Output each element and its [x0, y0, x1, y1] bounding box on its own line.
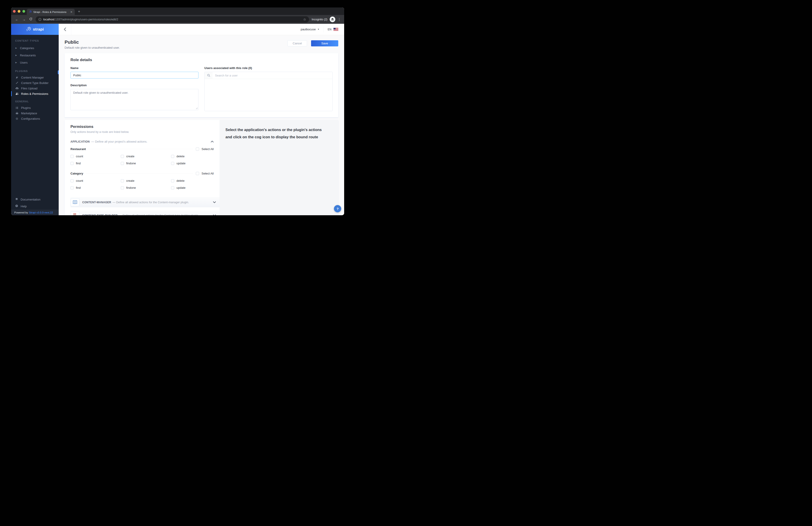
select-all-label: Select All — [202, 147, 214, 151]
factory-icon — [71, 211, 79, 215]
sidebar-item-plugins[interactable]: Plugins — [11, 105, 59, 110]
sidebar-item-content-type-builder[interactable]: Content Type Builder — [11, 80, 59, 86]
back-icon[interactable]: ← — [13, 17, 20, 21]
sidebar-item-label: Users — [20, 61, 28, 64]
name-field[interactable] — [71, 72, 199, 78]
permission-label: count — [76, 179, 83, 182]
minimize-window-button[interactable] — [18, 10, 20, 13]
content-manager-accordion[interactable]: CONTENT-MANAGER — Define all allowed act… — [71, 197, 219, 207]
chevron-down-icon[interactable] — [213, 201, 216, 203]
question-circle-icon — [15, 205, 18, 208]
book-icon — [15, 198, 18, 201]
permission-label: delete — [176, 154, 185, 158]
description-field[interactable]: Default role given to unauthenticated us… — [71, 89, 199, 110]
save-button[interactable]: Save — [311, 40, 338, 46]
sidebar-item-configurations[interactable]: ⚙ Configurations — [11, 116, 59, 121]
incognito-label: Incognito (2) — [312, 18, 328, 21]
url-path: :1337/admin/plugins/users-permissions/ro… — [54, 18, 118, 21]
sidebar-item-label: Files Upload — [21, 87, 38, 90]
sidebar-bottom-links: Documentation Help Powered by Strapi v3.… — [11, 196, 59, 215]
tab-close-icon[interactable]: ✕ — [70, 11, 73, 14]
permissions-info-text: Select the application's actions or the … — [226, 126, 326, 140]
caret-right-icon: ▶ — [15, 47, 17, 49]
content-type-builder-accordion[interactable]: CONTENT-TYPE-BUILDER — Define all allowe… — [71, 210, 219, 215]
permission-checkbox[interactable] — [71, 155, 74, 158]
sidebar-item-categories[interactable]: ▶ Categories — [11, 44, 59, 51]
forward-icon[interactable]: → — [20, 17, 27, 21]
new-tab-button[interactable]: + — [78, 9, 80, 14]
sidebar-item-label: Help — [20, 205, 27, 208]
locale-label[interactable]: EN — [328, 28, 332, 31]
permission-checkbox[interactable] — [171, 179, 174, 182]
sidebar-item-restaurants[interactable]: ▶ Restaurants — [11, 51, 59, 59]
strapi-version-link[interactable]: Strapi v3.0.0-next.22 — [29, 211, 53, 214]
caret-right-icon: ▶ — [15, 61, 17, 64]
bookmark-star-icon[interactable]: ☆ — [303, 17, 306, 21]
sidebar-item-documentation[interactable]: Documentation — [11, 196, 59, 203]
chevron-up-icon[interactable] — [211, 140, 214, 142]
browser-menu-icon[interactable]: ⋮ — [335, 17, 342, 21]
permission-checkbox[interactable] — [121, 162, 124, 165]
back-button[interactable] — [59, 24, 71, 35]
plugin-row-label: CONTENT-TYPE-BUILDER — [82, 214, 118, 215]
plugin-row-label: CONTENT-MANAGER — [82, 201, 111, 204]
sidebar-item-files-upload[interactable]: Files Upload — [11, 86, 59, 91]
permission-checkbox[interactable] — [71, 179, 74, 182]
open-book-icon — [71, 198, 79, 206]
user-menu[interactable]: paulbocuse — [301, 28, 316, 31]
permission-label: count — [76, 154, 83, 158]
chevron-down-icon[interactable] — [213, 214, 216, 215]
app-header: paulbocuse ▼ EN — [59, 24, 344, 35]
permissions-info-panel: Select the application's actions or the … — [219, 120, 338, 215]
application-accordion-header[interactable]: APPLICATION — Define all your project's … — [71, 140, 214, 143]
sidebar-item-content-manager[interactable]: Content Manager — [11, 75, 59, 80]
permission-checkbox[interactable] — [121, 179, 124, 182]
site-info-icon[interactable] — [38, 18, 42, 21]
incognito-avatar-icon — [330, 16, 335, 22]
browser-tab-bar: Strapi - Roles & Permissions ✕ + — [11, 7, 344, 15]
maximize-window-button[interactable] — [23, 10, 25, 13]
chevron-down-icon[interactable]: ▼ — [317, 28, 319, 30]
sidebar-item-users[interactable]: ▶ Users — [11, 59, 59, 66]
select-all-label: Select All — [202, 172, 214, 175]
chevron-left-icon — [64, 27, 66, 31]
search-user-input[interactable] — [213, 72, 332, 79]
select-all-checkbox[interactable] — [196, 147, 199, 151]
help-button[interactable]: ? — [334, 205, 341, 212]
users-search-row — [205, 72, 332, 79]
permission-checkbox[interactable] — [121, 186, 124, 190]
url-host: localhost — [43, 18, 54, 21]
strapi-logo[interactable]: strapi — [11, 24, 59, 35]
permissions-left-panel: Permissions Only actions bound by a rout… — [64, 120, 219, 215]
role-edit-page: Public Default role given to unauthentic… — [59, 35, 344, 215]
cancel-button[interactable]: Cancel — [288, 40, 307, 46]
permission-checkbox[interactable] — [71, 186, 74, 190]
role-details-card: Role details Name Description Default ro… — [64, 53, 338, 117]
permission-checkbox[interactable] — [121, 155, 124, 158]
application-description: — Define all your project's allowed acti… — [91, 140, 147, 143]
strapi-favicon — [29, 11, 32, 14]
permission-checkbox[interactable] — [171, 155, 174, 158]
sidebar-item-marketplace[interactable]: Marketplace — [11, 110, 59, 116]
browser-window: Strapi - Roles & Permissions ✕ + ← → loc… — [11, 7, 344, 215]
select-all-checkbox[interactable] — [196, 172, 199, 175]
permissions-heading: Permissions — [71, 124, 214, 129]
sidebar-item-label: Documentation — [20, 198, 40, 201]
close-window-button[interactable] — [13, 10, 16, 13]
permission-checkbox[interactable] — [171, 186, 174, 190]
sidebar-item-roles-permissions[interactable]: Roles & Permissions — [11, 91, 59, 96]
us-flag-icon[interactable] — [334, 28, 338, 31]
browser-tab[interactable]: Strapi - Roles & Permissions ✕ — [27, 9, 75, 15]
paintbrush-icon — [15, 81, 18, 85]
permission-label: find — [76, 186, 81, 190]
reload-icon[interactable] — [27, 17, 34, 21]
permission-checkbox[interactable] — [171, 162, 174, 165]
sidebar-item-help[interactable]: Help — [11, 203, 59, 210]
permission-label: create — [126, 179, 134, 182]
permission-label: find — [76, 162, 81, 165]
permission-checkbox[interactable] — [71, 162, 74, 165]
address-bar[interactable]: localhost:1337/admin/plugins/users-permi… — [35, 16, 309, 22]
page-title: Public — [64, 40, 120, 45]
sidebar-item-label: Restaurants — [20, 54, 36, 57]
logo-wordmark: strapi — [33, 27, 44, 32]
